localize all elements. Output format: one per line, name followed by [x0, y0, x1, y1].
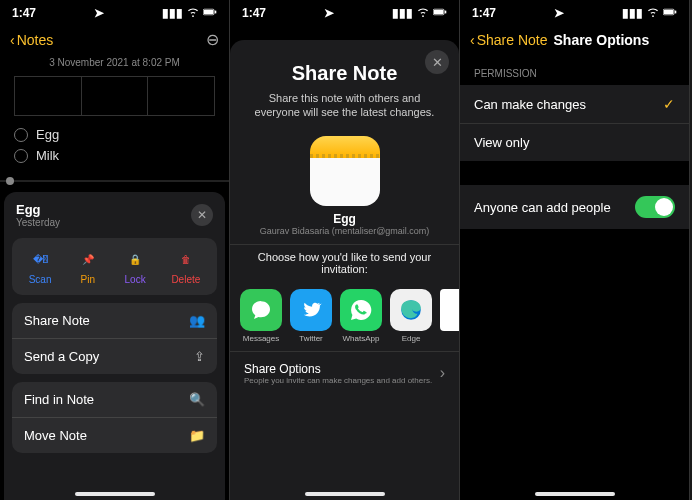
app-edge[interactable]: Edge [390, 289, 432, 343]
permission-group: Can make changes✓ View only [460, 85, 689, 161]
svg-rect-9 [675, 11, 676, 14]
scan-icon: �〿 [29, 248, 51, 270]
scan-button[interactable]: �〿Scan [29, 248, 52, 285]
chevron-left-icon: ‹ [470, 32, 475, 48]
home-indicator[interactable] [305, 492, 385, 496]
battery-icon [203, 6, 217, 20]
pin-button[interactable]: 📌Pin [77, 248, 99, 285]
menu-group: Share Note👥 Send a Copy⇪ [12, 303, 217, 374]
toggle-group: Anyone can add people [460, 185, 689, 229]
app-twitter[interactable]: Twitter [290, 289, 332, 343]
more-apps-icon [440, 289, 459, 331]
pin-icon: 📌 [77, 248, 99, 270]
trash-icon: 🗑 [175, 248, 197, 270]
anyone-add-people-row: Anyone can add people [460, 185, 689, 229]
battery-icon [433, 6, 447, 20]
share-options-sub: People you invite can make changes and a… [244, 376, 432, 385]
table-placeholder[interactable] [14, 76, 215, 116]
wifi-icon [416, 6, 430, 20]
status-right: ▮▮▮ [392, 6, 447, 20]
toggle-switch[interactable] [635, 196, 675, 218]
modal-description: Share this note with others and everyone… [230, 85, 459, 126]
wifi-icon [186, 6, 200, 20]
option-can-make-changes[interactable]: Can make changes✓ [460, 85, 689, 124]
option-view-only[interactable]: View only [460, 124, 689, 161]
scroll-indicator [0, 180, 229, 182]
status-bar: 1:47 ➤ ▮▮▮ [460, 0, 689, 26]
signal-icon: ▮▮▮ [162, 6, 183, 20]
signal-icon: ▮▮▮ [392, 6, 413, 20]
home-indicator[interactable] [75, 492, 155, 496]
status-right: ▮▮▮ [162, 6, 217, 20]
twitter-icon [290, 289, 332, 331]
app-row: Messages Twitter WhatsApp Edge [230, 281, 459, 351]
close-button[interactable]: ✕ [425, 50, 449, 74]
app-whatsapp[interactable]: WhatsApp [340, 289, 382, 343]
svg-rect-8 [664, 10, 674, 14]
people-icon: 👥 [189, 313, 205, 328]
radio-icon [14, 149, 28, 163]
home-indicator[interactable] [535, 492, 615, 496]
location-icon: ➤ [554, 6, 564, 20]
action-sheet: Egg Yesterday ✕ �〿Scan 📌Pin 🔒Lock 🗑Delet… [4, 192, 225, 500]
share-options-row[interactable]: Share Options People you invite can make… [230, 351, 459, 395]
share-modal: ✕ Share Note Share this note with others… [230, 40, 459, 500]
screen-share-note: 1:47 ➤ ▮▮▮ ✕ Share Note Share this note … [230, 0, 460, 500]
find-note-item[interactable]: Find in Note🔍 [12, 382, 217, 418]
note-date: 3 November 2021 at 8:02 PM [0, 53, 229, 72]
battery-icon [663, 6, 677, 20]
status-right: ▮▮▮ [622, 6, 677, 20]
note-author: Gaurav Bidasaria (mentaliser@gmail.com) [230, 226, 459, 236]
share-note-item[interactable]: Share Note👥 [12, 303, 217, 339]
nav-bar: ‹ Notes ⊖ [0, 26, 229, 53]
close-button[interactable]: ✕ [191, 204, 213, 226]
svg-rect-4 [434, 10, 444, 14]
checkmark-icon: ✓ [663, 96, 675, 112]
move-note-item[interactable]: Move Note📁 [12, 418, 217, 453]
status-time: 1:47 [242, 6, 266, 20]
svg-rect-1 [204, 10, 214, 14]
menu-group: Find in Note🔍 Move Note📁 [12, 382, 217, 453]
status-time: 1:47 [12, 6, 36, 20]
messages-icon [240, 289, 282, 331]
more-icon[interactable]: ⊖ [206, 30, 219, 49]
whatsapp-icon [340, 289, 382, 331]
delete-button[interactable]: 🗑Delete [171, 248, 200, 285]
checklist: Egg Milk [0, 120, 229, 170]
section-header: PERMISSION [460, 54, 689, 85]
quick-actions: �〿Scan 📌Pin 🔒Lock 🗑Delete [12, 238, 217, 295]
send-copy-item[interactable]: Send a Copy⇪ [12, 339, 217, 374]
checklist-item[interactable]: Milk [14, 145, 215, 166]
status-bar: 1:47 ➤ ▮▮▮ [0, 0, 229, 26]
notes-app-icon [310, 136, 380, 206]
search-icon: 🔍 [189, 392, 205, 407]
screen-notes: 1:47 ➤ ▮▮▮ ‹ Notes ⊖ 3 November 2021 at … [0, 0, 230, 500]
invite-prompt: Choose how you'd like to send your invit… [230, 244, 459, 281]
nav-bar: ‹ Share Note Share Options [460, 26, 689, 54]
status-time: 1:47 [472, 6, 496, 20]
sheet-header: Egg Yesterday ✕ [12, 200, 217, 230]
back-button[interactable]: ‹ Share Note [470, 32, 548, 48]
svg-rect-5 [445, 11, 446, 14]
signal-icon: ▮▮▮ [622, 6, 643, 20]
edge-icon [390, 289, 432, 331]
share-icon: ⇪ [194, 349, 205, 364]
back-label: Notes [17, 32, 54, 48]
app-messages[interactable]: Messages [240, 289, 282, 343]
back-button[interactable]: ‹ Notes [10, 32, 53, 48]
lock-button[interactable]: 🔒Lock [124, 248, 146, 285]
screen-share-options: 1:47 ➤ ▮▮▮ ‹ Share Note Share Options PE… [460, 0, 690, 500]
page-title: Share Options [554, 32, 650, 48]
close-icon: ✕ [197, 208, 207, 222]
chevron-right-icon: › [440, 364, 445, 382]
note-name: Egg [230, 212, 459, 226]
app-more[interactable] [440, 289, 459, 343]
status-bar: 1:47 ➤ ▮▮▮ [230, 0, 459, 26]
checklist-item[interactable]: Egg [14, 124, 215, 145]
location-icon: ➤ [94, 6, 104, 20]
wifi-icon [646, 6, 660, 20]
sheet-subtitle: Yesterday [16, 217, 60, 228]
back-label: Share Note [477, 32, 548, 48]
share-options-title: Share Options [244, 362, 432, 376]
sheet-title: Egg [16, 202, 60, 217]
